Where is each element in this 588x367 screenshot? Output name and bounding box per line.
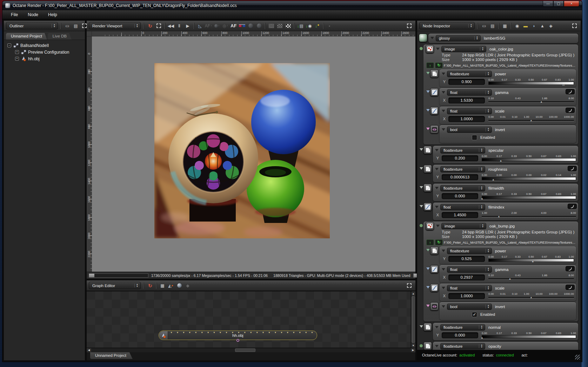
node-type-dropdown[interactable]: float▲▼ [440, 204, 485, 210]
float-windows-icon[interactable]: ▭ [480, 22, 488, 30]
bool-node-icon[interactable] [430, 125, 439, 134]
show-image-icon[interactable]: ▦ [501, 22, 509, 30]
slider-bar[interactable]: ▲ [482, 177, 576, 180]
slider-bar[interactable]: ▲ [488, 120, 574, 121]
node-type-dropdown[interactable]: float▲▼ [447, 108, 492, 114]
expand-viewport-icon[interactable] [405, 22, 413, 30]
curve-editor-button[interactable] [566, 266, 575, 271]
page-node-icon[interactable] [430, 69, 439, 78]
value-field[interactable]: 0.900 [448, 79, 485, 85]
slider-bar[interactable]: ▲ [482, 335, 576, 338]
show-material-nodes-icon[interactable] [175, 281, 183, 290]
slider[interactable]: 0.000.010.101.0010.00100.001000.00▲ [488, 115, 574, 123]
curve-editor-button[interactable] [568, 204, 577, 209]
node-type-dropdown[interactable]: floattexture▲▼ [440, 324, 485, 331]
node-pin-icon[interactable]: ▼ [286, 331, 289, 334]
inspector-panel-selector[interactable]: Node Inspector ▲▼ [419, 22, 475, 29]
node-pin-icon[interactable]: ▼ [250, 331, 252, 334]
save-image-icon[interactable]: ↓▤ [296, 22, 305, 30]
slider[interactable]: 0.000.010.101.0010.00100.001000.00▲ [488, 292, 574, 300]
node-input-pins[interactable]: ▼▼▼▼▼▼▼▼▼▼▼▼▼▼▼▼▼▼▼▼▼▼▼▼ [170, 331, 313, 334]
node-pin-icon[interactable]: ▼ [243, 331, 246, 334]
restart-render-icon[interactable]: ↻ [146, 22, 154, 30]
node-pin-icon[interactable]: ▼ [219, 331, 222, 334]
node-pin-icon[interactable]: ▼ [176, 331, 179, 334]
curve-editor-button[interactable] [568, 166, 577, 171]
image-node-icon[interactable] [426, 222, 434, 230]
node-type-dropdown[interactable]: image▲▼ [441, 223, 486, 229]
material-preview-sphere-icon[interactable] [419, 34, 427, 42]
node-pin-icon[interactable]: ▼ [311, 331, 313, 334]
node-pin-icon[interactable]: ▼ [213, 331, 215, 334]
collapse-triangle-icon[interactable] [435, 168, 439, 170]
slider-handle[interactable]: ▲ [509, 278, 512, 280]
value-field[interactable]: 1.5330 [448, 97, 485, 103]
refresh-image-button[interactable]: ↻ [435, 239, 443, 245]
node-type-dropdown[interactable]: bool▲▼ [447, 127, 492, 133]
graph-tab-unnamed-project[interactable]: Unnamed Project [90, 352, 133, 359]
node-pin-icon[interactable]: ▼ [201, 331, 203, 334]
value-field[interactable]: 0.000 [442, 193, 478, 199]
curve-editor-button[interactable] [566, 89, 575, 94]
outliner-panel-selector[interactable]: Outliner ▲▼ [6, 22, 58, 29]
page-node-icon[interactable] [430, 246, 439, 255]
graph-vertical-scrollbar[interactable]: ▲ ▼ [411, 291, 415, 348]
curve-node-icon[interactable] [430, 284, 439, 292]
node-type-dropdown[interactable]: floattexture▲▼ [440, 147, 485, 154]
alpha-bw-icon[interactable] [284, 22, 292, 30]
value-field[interactable]: 0.525 [448, 256, 485, 262]
node-type-dropdown[interactable]: floattexture▲▼ [447, 248, 492, 254]
node-output-pin[interactable] [236, 339, 239, 342]
float-windows-icon[interactable]: ▭ [63, 22, 72, 30]
node-pin-icon[interactable]: ▼ [238, 331, 240, 334]
render-canvas[interactable] [92, 36, 415, 272]
slider-bar[interactable]: ▲ [488, 259, 574, 262]
node-pin-icon[interactable]: ▼ [170, 331, 173, 334]
scroll-left-icon[interactable]: ◀ [87, 348, 91, 353]
collapse-triangle-icon[interactable] [430, 37, 434, 39]
stack-windows-icon[interactable]: ▤ [488, 22, 497, 30]
page-node-icon[interactable] [423, 146, 432, 154]
stereo-glasses-icon[interactable] [238, 22, 246, 30]
slider[interactable]: 0.000.170.330.500.670.831.00△ [488, 78, 574, 86]
tree-expander-icon[interactable]: − [7, 43, 11, 47]
scroll-thumb[interactable] [235, 348, 255, 352]
slider-handle[interactable]: △ [562, 83, 564, 86]
collapse-triangle-icon[interactable] [436, 225, 440, 227]
node-pin-icon[interactable]: ▼ [262, 331, 265, 334]
collapse-triangle-icon[interactable] [435, 326, 439, 328]
slider[interactable]: 0.100.431.868.00▲ [488, 274, 574, 281]
scroll-right-icon[interactable]: ▶ [411, 348, 415, 353]
node-pin-icon[interactable]: ▼ [256, 331, 258, 334]
restart-frame-icon[interactable]: ◀◀ [167, 22, 175, 30]
imager-settings-icon[interactable]: ▲ [538, 22, 547, 30]
play-render-icon[interactable]: ▶ [183, 22, 192, 30]
node-pin-icon[interactable]: ▼ [225, 331, 228, 334]
fit-view-icon[interactable] [154, 22, 163, 30]
slider-handle[interactable]: ▲ [530, 296, 533, 299]
node-type-dropdown[interactable]: floattexture▲▼ [440, 343, 485, 349]
film-settings-icon[interactable]: ▬ [521, 22, 530, 30]
environment-settings-icon[interactable]: ◗ [530, 22, 538, 30]
node-pin-icon[interactable]: ▼ [231, 331, 234, 334]
curve-node-icon[interactable] [423, 203, 432, 211]
focus-picker-icon[interactable]: ◺ [196, 22, 204, 30]
node-pin-icon[interactable]: ▼ [182, 331, 185, 334]
tree-expander-icon[interactable]: + [15, 57, 19, 61]
show-rendertarget-nodes-icon[interactable]: ▦ [158, 281, 167, 290]
curve-editor-button[interactable] [566, 108, 575, 113]
slider[interactable]: 0.000.170.330.500.670.831.00▲ [482, 192, 576, 200]
slider-handle[interactable]: ▲ [481, 197, 483, 200]
node-pin-icon[interactable]: ▼ [274, 331, 276, 334]
save-deep-image-icon[interactable]: ↓* [313, 22, 321, 30]
node-pin-icon[interactable]: ▼ [195, 331, 197, 334]
reload-image-button[interactable]: ↑ [426, 62, 434, 68]
node-pin-icon[interactable]: ▼ [293, 331, 295, 334]
restart-render-icon[interactable]: ↻ [146, 281, 154, 290]
collapse-triangle-icon[interactable] [442, 250, 445, 252]
slider-bar[interactable]: ▲ [482, 196, 576, 199]
scroll-up-icon[interactable]: ▲ [411, 291, 415, 296]
close-button[interactable]: × [564, 1, 579, 7]
node-pin-icon[interactable]: ▼ [188, 331, 191, 334]
slider-bar[interactable]: ▲ [488, 101, 574, 102]
